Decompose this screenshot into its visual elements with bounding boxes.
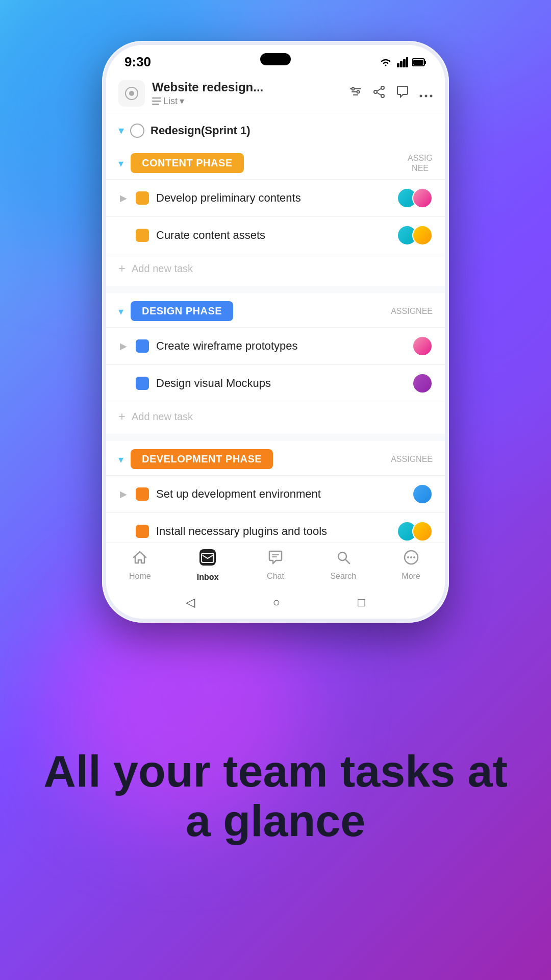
- svg-point-15: [352, 87, 355, 90]
- content-phase-chevron-icon[interactable]: ▾: [118, 157, 123, 169]
- sprint-header: ▾ Redesign(Sprint 1): [106, 113, 445, 145]
- search-nav-icon: [335, 549, 352, 570]
- home-nav-icon[interactable]: ○: [272, 595, 280, 609]
- phone-screen: 9:30: [106, 45, 445, 619]
- chat-icon[interactable]: [396, 85, 409, 102]
- signal-icon: [397, 57, 408, 67]
- home-icon: [132, 549, 148, 570]
- development-phase-chevron-icon[interactable]: ▾: [118, 453, 123, 465]
- task-color-indicator: [136, 487, 149, 501]
- view-chevron-icon: ▾: [180, 95, 184, 107]
- svg-point-22: [420, 94, 422, 97]
- project-logo-icon: [124, 86, 139, 101]
- svg-rect-1: [400, 61, 403, 67]
- more-icon[interactable]: [419, 86, 433, 102]
- back-icon[interactable]: ◁: [186, 595, 195, 609]
- svg-rect-9: [152, 97, 161, 99]
- task-row[interactable]: ▶ Set up development environment: [106, 475, 445, 512]
- svg-point-23: [425, 94, 428, 97]
- view-label: List: [163, 96, 178, 107]
- battery-icon: [412, 58, 427, 67]
- sprint-circle-icon: [130, 124, 144, 138]
- add-task-plus-icon: +: [118, 261, 126, 276]
- content-area[interactable]: ▾ Redesign(Sprint 1) ▾ CONTENT PHASE ASS…: [106, 113, 445, 543]
- recents-icon[interactable]: □: [358, 595, 365, 609]
- svg-point-32: [407, 556, 409, 558]
- task-row[interactable]: Curate content assets: [106, 216, 445, 254]
- share-icon[interactable]: [372, 85, 386, 102]
- top-bar: Website redesign... List ▾: [106, 74, 445, 113]
- svg-rect-2: [403, 59, 406, 67]
- svg-rect-10: [152, 101, 161, 102]
- nav-item-search[interactable]: Search: [309, 549, 377, 581]
- svg-rect-3: [406, 57, 408, 67]
- nav-item-chat[interactable]: Chat: [242, 549, 310, 581]
- task-row[interactable]: ▶ Create wireframe prototypes: [106, 327, 445, 364]
- filter-icon[interactable]: [349, 85, 362, 102]
- development-phase-section: ▾ DEVELOPMENT PHASE ASSIGNEE ▶ Set up de…: [106, 441, 445, 543]
- nav-item-home[interactable]: Home: [106, 549, 174, 581]
- svg-line-30: [345, 559, 349, 564]
- svg-point-34: [413, 556, 415, 558]
- development-phase-header: ▾ DEVELOPMENT PHASE ASSIGNEE: [106, 441, 445, 475]
- nav-label-more: More: [402, 572, 420, 581]
- wifi-icon: [379, 57, 393, 67]
- development-phase-badge[interactable]: DEVELOPMENT PHASE: [131, 449, 273, 469]
- expand-icon[interactable]: ▶: [118, 340, 129, 352]
- svg-point-17: [381, 86, 384, 89]
- expand-icon[interactable]: ▶: [118, 192, 129, 204]
- content-assignee-label: ASSIGNEE: [408, 153, 433, 173]
- status-icons: [379, 57, 427, 67]
- svg-rect-0: [397, 63, 399, 67]
- android-nav: ◁ ○ □: [106, 589, 445, 619]
- avatar: [412, 373, 433, 394]
- task-row[interactable]: ▶ Develop preliminary contents: [106, 179, 445, 216]
- nav-item-more[interactable]: More: [377, 549, 445, 581]
- svg-line-20: [377, 88, 381, 91]
- task-name: Design visual Mockups: [156, 377, 405, 390]
- add-task-row[interactable]: + Add new task: [106, 254, 445, 286]
- project-view[interactable]: List ▾: [152, 95, 342, 107]
- svg-rect-6: [413, 60, 423, 65]
- nav-label-inbox: Inbox: [197, 573, 219, 582]
- headline: All your team tasks at a glance: [41, 747, 510, 846]
- chat-nav-icon: [267, 549, 284, 570]
- design-phase-header: ▾ DESIGN PHASE ASSIGNEE: [106, 293, 445, 327]
- nav-item-inbox[interactable]: Inbox: [174, 548, 242, 582]
- content-phase-badge[interactable]: CONTENT PHASE: [131, 153, 244, 173]
- sprint-chevron-icon[interactable]: ▾: [118, 124, 124, 137]
- project-info: Website redesign... List ▾: [152, 80, 342, 107]
- avatar: [412, 521, 433, 542]
- task-row[interactable]: Install necessary plugins and tools: [106, 512, 445, 543]
- design-phase-chevron-icon[interactable]: ▾: [118, 305, 123, 317]
- list-view-icon: [152, 97, 161, 105]
- task-assignees: [397, 521, 433, 542]
- development-assignee-label: ASSIGNEE: [391, 454, 433, 464]
- task-color-indicator: [136, 525, 149, 538]
- bottom-nav: Home Inbox: [106, 543, 445, 589]
- task-name: Set up development environment: [156, 487, 405, 501]
- design-phase-badge[interactable]: DESIGN PHASE: [131, 301, 233, 321]
- svg-point-24: [430, 94, 433, 97]
- expand-icon[interactable]: ▶: [118, 488, 129, 500]
- svg-point-33: [410, 556, 412, 558]
- add-task-row[interactable]: + Add new task: [106, 402, 445, 434]
- phone-mockup: 9:30: [102, 41, 449, 623]
- content-phase-section: ▾ CONTENT PHASE ASSIGNEE ▶ Develop preli…: [106, 145, 445, 286]
- task-assignees: [412, 373, 433, 394]
- add-task-label: Add new task: [132, 263, 193, 275]
- task-name: Install necessary plugins and tools: [156, 525, 390, 538]
- task-color-indicator: [136, 229, 149, 242]
- svg-point-8: [129, 91, 134, 96]
- task-name: Curate content assets: [156, 229, 390, 242]
- top-actions: [349, 85, 433, 102]
- nav-label-search: Search: [330, 572, 356, 581]
- status-time: 9:30: [124, 54, 151, 70]
- avatar: [412, 336, 433, 356]
- task-row[interactable]: Design visual Mockups: [106, 364, 445, 402]
- task-color-indicator: [136, 339, 149, 353]
- svg-point-19: [381, 94, 384, 97]
- project-icon: [118, 80, 145, 107]
- task-color-indicator: [136, 191, 149, 205]
- status-bar: 9:30: [106, 45, 445, 74]
